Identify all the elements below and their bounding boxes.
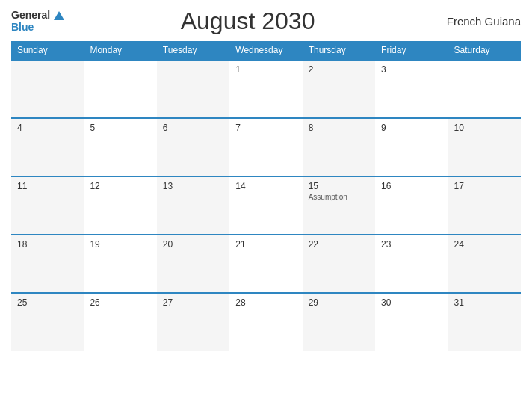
day-cell: 5: [84, 118, 156, 176]
logo-general: General: [11, 10, 64, 21]
day-cell: 8: [303, 118, 375, 176]
day-cell: 24: [448, 235, 521, 293]
header-monday: Monday: [84, 41, 156, 60]
day-cell: 13: [157, 176, 229, 235]
day-number: 10: [454, 123, 515, 133]
day-cell: 21: [229, 235, 302, 293]
day-cell: 19: [84, 235, 156, 293]
day-number: 8: [309, 123, 369, 133]
header-thursday: Thursday: [303, 41, 375, 60]
logo: General Blue: [11, 10, 64, 33]
day-cell: 4: [11, 118, 84, 176]
day-number: 30: [381, 297, 442, 308]
day-cell: 29: [303, 293, 375, 351]
day-cell-empty: [157, 60, 229, 118]
logo-triangle-icon: [54, 11, 64, 20]
day-cell: 10: [448, 118, 521, 176]
header-sunday: Sunday: [11, 41, 84, 60]
day-number: 6: [163, 123, 223, 133]
day-cell: 23: [375, 235, 448, 293]
header-tuesday: Tuesday: [157, 41, 229, 60]
day-number: 20: [163, 239, 223, 250]
day-cell: 15Assumption: [303, 176, 375, 235]
day-cell: 11: [11, 176, 84, 235]
day-number: 17: [454, 181, 515, 191]
event-label: Assumption: [309, 193, 369, 201]
logo-general-text: General: [11, 10, 50, 21]
day-number: 29: [309, 297, 369, 308]
day-number: 31: [454, 297, 515, 308]
calendar-table: Sunday Monday Tuesday Wednesday Thursday…: [11, 41, 521, 351]
day-number: 5: [90, 123, 150, 133]
weekday-header-row: Sunday Monday Tuesday Wednesday Thursday…: [11, 41, 521, 60]
day-number: 18: [17, 239, 78, 250]
calendar-week-2: 45678910: [11, 118, 521, 176]
calendar-week-4: 18192021222324: [11, 235, 521, 293]
day-cell-empty: [11, 60, 84, 118]
day-number: 12: [90, 181, 150, 191]
day-cell: 31: [448, 293, 521, 351]
calendar-header: General Blue August 2030 French Guiana: [11, 7, 521, 35]
day-number: 28: [235, 297, 296, 308]
logo-blue-text: Blue: [11, 22, 64, 33]
header-saturday: Saturday: [448, 41, 521, 60]
calendar-week-1: 123: [11, 60, 521, 118]
day-number: 2: [309, 64, 369, 75]
day-cell: 30: [375, 293, 448, 351]
day-number: 11: [17, 181, 78, 191]
day-cell: 18: [11, 235, 84, 293]
header-friday: Friday: [375, 41, 448, 60]
calendar-week-3: 1112131415Assumption1617: [11, 176, 521, 235]
day-cell: 25: [11, 293, 84, 351]
day-number: 3: [381, 64, 442, 75]
day-cell: 14: [229, 176, 302, 235]
day-cell: 7: [229, 118, 302, 176]
day-cell: 3: [375, 60, 448, 118]
day-number: 21: [235, 239, 296, 250]
day-number: 27: [163, 297, 223, 308]
header-wednesday: Wednesday: [229, 41, 302, 60]
day-number: 26: [90, 297, 150, 308]
day-number: 24: [454, 239, 515, 250]
day-cell: 20: [157, 235, 229, 293]
day-number: 16: [381, 181, 442, 191]
day-cell: 17: [448, 176, 521, 235]
day-cell: 27: [157, 293, 229, 351]
day-number: 15: [309, 181, 369, 191]
month-title: August 2030: [64, 7, 431, 35]
day-number: 23: [381, 239, 442, 250]
day-number: 25: [17, 297, 78, 308]
day-cell-empty: [84, 60, 156, 118]
day-cell: 28: [229, 293, 302, 351]
day-number: 14: [235, 181, 296, 191]
day-cell: 6: [157, 118, 229, 176]
day-cell: 16: [375, 176, 448, 235]
day-cell: 22: [303, 235, 375, 293]
day-cell: 1: [229, 60, 302, 118]
day-number: 4: [17, 123, 78, 133]
day-cell: 12: [84, 176, 156, 235]
day-number: 13: [163, 181, 223, 191]
calendar-container: General Blue August 2030 French Guiana S…: [0, 0, 532, 411]
day-number: 1: [235, 64, 296, 75]
day-number: 22: [309, 239, 369, 250]
day-cell: 9: [375, 118, 448, 176]
day-number: 9: [381, 123, 442, 133]
day-cell: 2: [303, 60, 375, 118]
calendar-week-5: 25262728293031: [11, 293, 521, 351]
day-number: 19: [90, 239, 150, 250]
day-cell: 26: [84, 293, 156, 351]
region-label: French Guiana: [431, 15, 521, 28]
day-number: 7: [235, 123, 296, 133]
